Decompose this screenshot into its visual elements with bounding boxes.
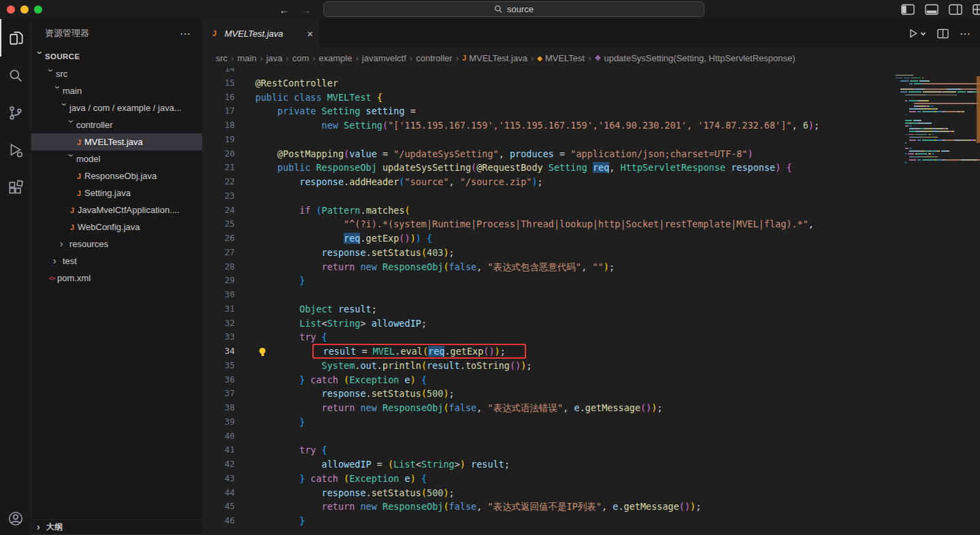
breadcrumb-item[interactable]: src <box>216 53 227 63</box>
code-line-20[interactable]: 20 @PostMapping(value = "/updateSysSetti… <box>202 147 980 161</box>
code-line-29[interactable]: 29 } <box>202 274 980 288</box>
breadcrumb-item[interactable]: java <box>266 53 282 63</box>
customize-layout-icon[interactable] <box>973 4 980 15</box>
code-line-38[interactable]: 38 return new ResponseObj(false, "表达式语法错… <box>202 401 980 415</box>
breadcrumb-separator: › <box>588 53 591 63</box>
command-center-search[interactable]: source <box>323 1 704 17</box>
editor-more-actions-icon[interactable]: ⋯ <box>960 27 970 40</box>
minimap[interactable] <box>892 68 980 535</box>
tree-item-pom-xml[interactable]: <>pom.xml <box>31 270 202 287</box>
code-line-39[interactable]: 39 } <box>202 415 980 429</box>
breadcrumb-item[interactable]: ❖updateSysSetting(Setting, HttpServletRe… <box>595 53 796 63</box>
breadcrumb-item[interactable]: example <box>318 53 352 63</box>
tree-item-setting-java[interactable]: JSetting.java <box>31 184 202 201</box>
code-line-42[interactable]: 42 allowedIP = (List<String>) result; <box>202 457 980 472</box>
back-icon[interactable]: ← <box>279 4 289 16</box>
tree-item-mveltest-java[interactable]: JMVELTest.java <box>31 133 202 150</box>
run-button[interactable] <box>908 28 926 39</box>
tree-item-javamvelctfapplication[interactable]: JJavaMvelCtfApplication.... <box>31 201 202 218</box>
line-number: 20 <box>202 147 235 161</box>
breadcrumb-item[interactable]: main <box>238 53 257 63</box>
line-number: 21 <box>202 161 235 175</box>
breadcrumb[interactable]: src›main›java›com›example›javamvelctf›co… <box>202 48 980 68</box>
minimize-window-button[interactable] <box>20 5 29 14</box>
code-line-43[interactable]: 43 } catch (Exception e) { <box>202 472 980 486</box>
tree-item-src[interactable]: ›src <box>31 65 202 82</box>
code-line-21[interactable]: 21 public ResponseObj updateSysSetting(@… <box>202 161 980 175</box>
tree-item-model[interactable]: ›model <box>31 150 202 167</box>
tree-item-resources[interactable]: ›resources <box>31 236 202 253</box>
tree-item-webconfig-java[interactable]: JWebConfig.java <box>31 218 202 236</box>
code-line-37[interactable]: 37 response.setStatus(500); <box>202 387 980 401</box>
breadcrumb-item[interactable]: ◆MVELTest <box>537 53 585 63</box>
code-line-45[interactable]: 45 return new ResponseObj(false, "表达式返回值… <box>202 500 980 514</box>
code-line-30[interactable]: 30 <box>202 288 980 302</box>
breadcrumb-item[interactable]: javamvelctf <box>362 53 406 63</box>
tree-item-java-com-example-java[interactable]: ›java / com / example / java... <box>31 99 202 116</box>
code-line-41[interactable]: 41 try { <box>202 443 980 457</box>
code-line-27[interactable]: 27 response.setStatus(403); <box>202 246 980 260</box>
code-line-15[interactable]: 15@RestController <box>202 76 980 91</box>
zoom-window-button[interactable] <box>34 5 42 14</box>
code-editor[interactable]: 1415@RestController16public class MVELTe… <box>202 68 980 528</box>
tree-item-test[interactable]: ›test <box>31 253 202 270</box>
code-line-28[interactable]: 28 return new ResponseObj(false, "表达式包含恶… <box>202 260 980 274</box>
activity-source-control-icon[interactable] <box>0 94 31 131</box>
chevron-down-icon: › <box>59 103 70 112</box>
sidebar-title: 资源管理器 <box>45 27 89 39</box>
code-line-33[interactable]: 33 try { <box>202 330 980 344</box>
lightbulb-icon[interactable] <box>259 348 265 354</box>
split-editor-icon[interactable] <box>937 29 949 39</box>
code-line-17[interactable]: 17 private Setting setting = <box>202 104 980 118</box>
toggle-panel-icon[interactable] <box>925 4 938 15</box>
code-line-14[interactable]: 14 <box>202 68 980 76</box>
tab-mveltest-java[interactable]: J MVELTest.java × <box>202 19 320 48</box>
section-source[interactable]: › SOURCE <box>31 48 202 65</box>
code-line-24[interactable]: 24 if (Pattern.matches( <box>202 204 980 218</box>
more-actions-icon[interactable]: ⋯ <box>180 27 191 40</box>
code-line-31[interactable]: 31 Object result; <box>202 302 980 317</box>
close-window-button[interactable] <box>7 5 15 14</box>
code-line-44[interactable]: 44 response.setStatus(500); <box>202 486 980 500</box>
tree-item-controller[interactable]: ›controller <box>31 116 202 133</box>
line-number: 34 <box>202 344 235 359</box>
breadcrumb-separator: › <box>531 53 534 63</box>
titlebar: ← → source <box>0 0 980 19</box>
activity-explorer-icon[interactable] <box>0 19 31 56</box>
code-line-18[interactable]: 18 new Setting("['115.195.167.159','115.… <box>202 118 980 133</box>
code-line-36[interactable]: 36 } catch (Exception e) { <box>202 373 980 387</box>
activity-search-icon[interactable] <box>0 56 31 94</box>
activity-run-debug-icon[interactable] <box>0 131 31 169</box>
code-line-40[interactable]: 40 <box>202 429 980 444</box>
section-outline[interactable]: › 大纲 <box>31 519 202 534</box>
line-number: 14 <box>202 68 235 76</box>
code-line-16[interactable]: 16public class MVELTest { <box>202 91 980 105</box>
close-tab-icon[interactable]: × <box>307 28 313 39</box>
tree-item-main[interactable]: ›main <box>31 82 202 99</box>
line-number: 41 <box>202 443 235 457</box>
tree-item-responseobj-java[interactable]: JResponseObj.java <box>31 167 202 184</box>
breadcrumb-item[interactable]: JMVELTest.java <box>462 53 527 63</box>
code-line-34[interactable]: 34 result = MVEL.eval(req.getExp()); <box>202 344 980 359</box>
toggle-primary-sidebar-icon[interactable] <box>901 4 915 15</box>
activity-extensions-icon[interactable] <box>0 169 31 206</box>
account-icon[interactable] <box>7 504 24 534</box>
breadcrumb-item[interactable]: com <box>292 53 309 63</box>
toggle-secondary-sidebar-icon[interactable] <box>949 4 962 15</box>
code-line-26[interactable]: 26 req.getExp())) { <box>202 231 980 246</box>
vulnerable-line-highlight-box: result = MVEL.eval(req.getExp()); <box>312 344 526 359</box>
tree-item-label: model <box>76 154 100 164</box>
code-line-23[interactable]: 23 <box>202 189 980 204</box>
code-line-22[interactable]: 22 response.addHeader("source", "/source… <box>202 175 980 189</box>
code-line-19[interactable]: 19 <box>202 133 980 147</box>
line-number: 26 <box>202 231 235 246</box>
code-line-35[interactable]: 35 System.out.println(result.toString())… <box>202 359 980 373</box>
code-line-46[interactable]: 46 } <box>202 514 980 528</box>
code-line-25[interactable]: 25 "^(?i).*(system|Runtime|Process|Threa… <box>202 217 980 231</box>
line-number: 45 <box>202 500 235 514</box>
line-number: 44 <box>202 486 235 500</box>
breadcrumb-item[interactable]: controller <box>416 53 452 63</box>
line-number: 40 <box>202 429 235 444</box>
code-line-32[interactable]: 32 List<String> allowedIP; <box>202 317 980 331</box>
forward-icon[interactable]: → <box>301 4 311 16</box>
